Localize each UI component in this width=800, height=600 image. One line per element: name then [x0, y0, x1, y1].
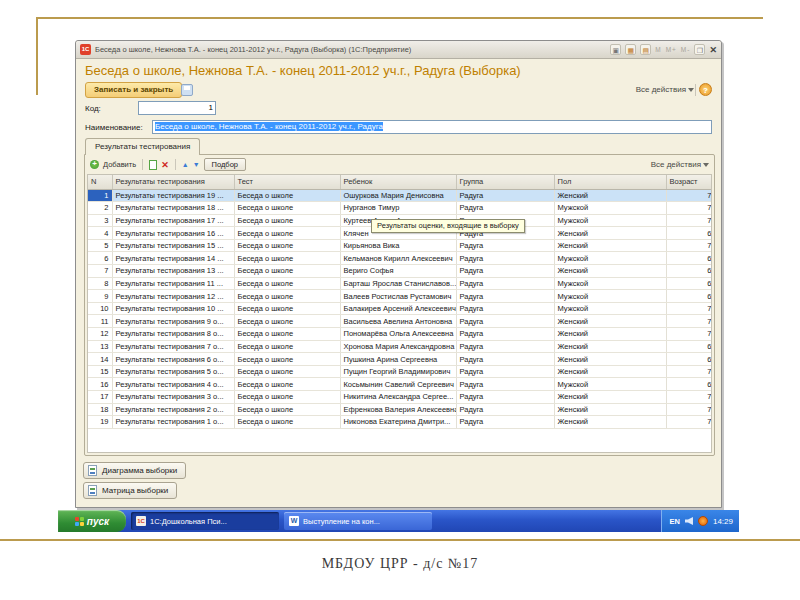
taskbar-task-1c[interactable]: 1С 1С:Дошкольная Пси...: [131, 512, 279, 530]
table-cell[interactable]: Результаты тестирования 12 ...: [112, 290, 234, 303]
table-cell[interactable]: Хронова Мария Александровна: [340, 340, 456, 353]
table-cell[interactable]: Ошуркова Мария Денисовна: [340, 189, 456, 202]
table-cell[interactable]: Женский: [554, 328, 666, 341]
table-row[interactable]: 13Результаты тестирования 7 о...Беседа о…: [88, 340, 712, 353]
table-cell[interactable]: Результаты тестирования 16 ...: [112, 227, 234, 240]
table-cell[interactable]: Женский: [554, 391, 666, 404]
table-cell[interactable]: Женский: [554, 227, 666, 240]
table-cell[interactable]: Беседа о школе: [234, 202, 340, 215]
window-titlebar[interactable]: 1С Беседа о школе, Нежнова Т.А. - конец …: [76, 41, 721, 59]
table-cell[interactable]: Радуга: [456, 290, 554, 303]
table-row[interactable]: 15Результаты тестирования 5 о...Беседа о…: [88, 365, 712, 378]
table-cell[interactable]: 15: [88, 365, 112, 378]
table-cell[interactable]: Беседа о школе: [234, 378, 340, 391]
table-cell[interactable]: 13: [88, 340, 112, 353]
table-cell[interactable]: Пущин Георгий Владимирович: [340, 365, 456, 378]
table-row[interactable]: 5Результаты тестирования 15 ...Беседа о …: [88, 239, 712, 252]
table-cell[interactable]: Результаты тестирования 10 ...: [112, 302, 234, 315]
table-all-actions-menu[interactable]: Все действия: [651, 160, 709, 169]
column-header[interactable]: Пол: [554, 175, 666, 189]
code-input[interactable]: 1: [138, 101, 216, 115]
table-cell[interactable]: Беседа о школе: [234, 227, 340, 240]
table-cell[interactable]: Женский: [554, 353, 666, 366]
table-row[interactable]: 9Результаты тестирования 12 ...Беседа о …: [88, 290, 712, 303]
close-icon[interactable]: ✕: [709, 45, 717, 55]
table-cell[interactable]: 12: [88, 328, 112, 341]
table-row[interactable]: 7Результаты тестирования 13 ...Беседа о …: [88, 265, 712, 278]
table-row[interactable]: 6Результаты тестирования 14 ...Беседа о …: [88, 252, 712, 265]
sample-matrix-button[interactable]: Матрица выборки: [83, 482, 177, 499]
table-cell[interactable]: Беседа о школе: [234, 416, 340, 429]
table-cell[interactable]: Беседа о школе: [234, 290, 340, 303]
add-button[interactable]: Добавить: [103, 160, 136, 169]
table-cell[interactable]: Балакирев Арсений Алексеевич: [340, 302, 456, 315]
table-cell[interactable]: Результаты тестирования 13 ...: [112, 265, 234, 278]
table-row[interactable]: 12Результаты тестирования 8 о...Беседа о…: [88, 328, 712, 341]
table-row[interactable]: 1Результаты тестирования 19 ...Беседа о …: [88, 189, 712, 202]
table-cell[interactable]: 4: [88, 227, 112, 240]
taskbar-task-word[interactable]: W Выступление на кон...: [284, 512, 432, 530]
table-cell[interactable]: Мужской: [554, 214, 666, 227]
table-row[interactable]: 19Результаты тестирования 1 о...Беседа о…: [88, 416, 712, 429]
copy-row-icon[interactable]: [149, 160, 157, 170]
language-indicator[interactable]: EN: [670, 517, 680, 526]
table-row[interactable]: 18Результаты тестирования 2 о...Беседа о…: [88, 403, 712, 416]
table-cell[interactable]: Женский: [554, 416, 666, 429]
table-cell[interactable]: Результаты тестирования 6 о...: [112, 353, 234, 366]
table-cell[interactable]: 7: [666, 403, 712, 416]
table-cell[interactable]: Радуга: [456, 378, 554, 391]
table-cell[interactable]: 7: [666, 416, 712, 429]
table-cell[interactable]: Результаты тестирования 11 ...: [112, 277, 234, 290]
table-cell[interactable]: Результаты тестирования 14 ...: [112, 252, 234, 265]
table-cell[interactable]: Косьмынин Савелий Сергеевич: [340, 378, 456, 391]
table-cell[interactable]: Беседа о школе: [234, 189, 340, 202]
table-cell[interactable]: 6: [666, 227, 712, 240]
column-header[interactable]: Ребенок: [340, 175, 456, 189]
table-row[interactable]: 10Результаты тестирования 10 ...Беседа о…: [88, 302, 712, 315]
calendar-icon[interactable]: ▤: [640, 44, 651, 55]
table-cell[interactable]: 3: [88, 214, 112, 227]
table-cell[interactable]: Радуга: [456, 239, 554, 252]
table-cell[interactable]: Никонова Екатерина Дмитри...: [340, 416, 456, 429]
table-cell[interactable]: 16: [88, 378, 112, 391]
table-cell[interactable]: Радуга: [456, 265, 554, 278]
table-cell[interactable]: 7: [666, 302, 712, 315]
clock[interactable]: 14:29: [713, 517, 733, 526]
table-cell[interactable]: 17: [88, 391, 112, 404]
table-cell[interactable]: 7: [666, 202, 712, 215]
table-cell[interactable]: Результаты тестирования 9 о...: [112, 315, 234, 328]
messenger-tray-icon[interactable]: [698, 516, 708, 526]
table-cell[interactable]: Женский: [554, 265, 666, 278]
table-cell[interactable]: Мужской: [554, 302, 666, 315]
delete-row-icon[interactable]: ✕: [161, 160, 169, 170]
table-cell[interactable]: Беседа о школе: [234, 252, 340, 265]
table-header-row[interactable]: NРезультаты тестированияТестРебенокГрупп…: [88, 175, 712, 189]
table-cell[interactable]: Беседа о школе: [234, 302, 340, 315]
table-cell[interactable]: Беседа о школе: [234, 265, 340, 278]
table-cell[interactable]: Радуга: [456, 277, 554, 290]
table-cell[interactable]: Радуга: [456, 252, 554, 265]
column-header[interactable]: Тест: [234, 175, 340, 189]
table-cell[interactable]: Барташ Ярослав Станиславов...: [340, 277, 456, 290]
all-actions-menu[interactable]: Все действия: [636, 85, 694, 94]
table-cell[interactable]: 6: [666, 353, 712, 366]
start-button[interactable]: пуск: [58, 510, 126, 532]
table-cell[interactable]: Результаты тестирования 17 ...: [112, 214, 234, 227]
table-row[interactable]: 17Результаты тестирования 3 о...Беседа о…: [88, 391, 712, 404]
table-cell[interactable]: Мужской: [554, 252, 666, 265]
table-cell[interactable]: Женский: [554, 239, 666, 252]
save-and-close-button[interactable]: Записать и закрыть: [85, 82, 182, 98]
table-cell[interactable]: Беседа о школе: [234, 340, 340, 353]
sample-diagram-button[interactable]: Диаграмма выборки: [83, 462, 186, 479]
table-cell[interactable]: Радуга: [456, 202, 554, 215]
table-cell[interactable]: Беседа о школе: [234, 391, 340, 404]
table-cell[interactable]: Результаты тестирования 4 о...: [112, 378, 234, 391]
column-header[interactable]: N: [88, 175, 112, 189]
table-cell[interactable]: Беседа о школе: [234, 315, 340, 328]
table-cell[interactable]: Беседа о школе: [234, 214, 340, 227]
table-cell[interactable]: 6: [666, 378, 712, 391]
table-cell[interactable]: Женский: [554, 189, 666, 202]
table-cell[interactable]: Результаты тестирования 8 о...: [112, 328, 234, 341]
table-cell[interactable]: Женский: [554, 365, 666, 378]
table-cell[interactable]: Пушкина Арина Сергеевна: [340, 353, 456, 366]
